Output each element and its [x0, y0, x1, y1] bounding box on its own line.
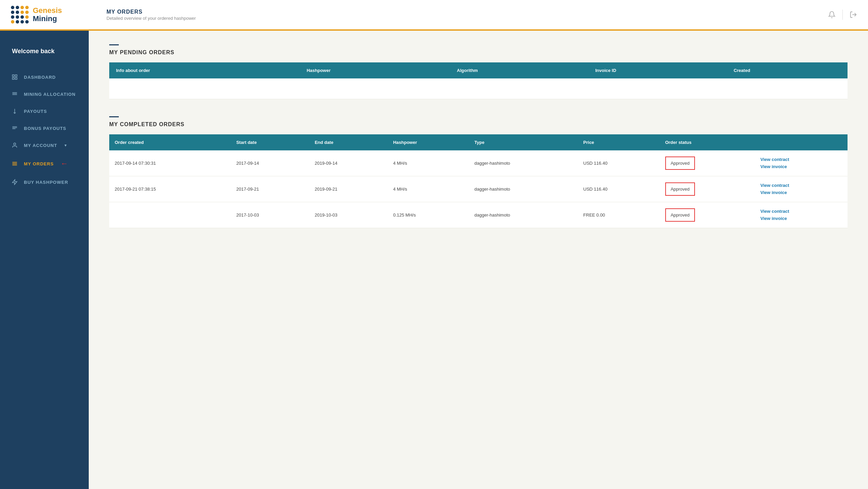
sidebar-item-bonus-payouts[interactable]: BONUS PAYOUTS — [0, 120, 89, 137]
my-orders-label: MY ORDERS — [24, 161, 54, 166]
pending-empty-row — [109, 78, 848, 99]
table-row: 2017-09-14 07:30:31 2017-09-14 2019-09-1… — [109, 150, 848, 176]
my-account-icon — [11, 142, 18, 148]
completed-col-type: Type — [469, 134, 578, 150]
pending-col-algorithm: Algorithm — [450, 62, 588, 78]
power-button[interactable] — [850, 11, 857, 18]
logo-dot — [20, 11, 24, 14]
completed-col-status: Order status — [660, 134, 755, 150]
logo-dot — [25, 15, 29, 19]
notification-button[interactable] — [828, 11, 836, 18]
payouts-label: PAYOUTS — [24, 109, 47, 114]
cell-hashpower: 4 MH/s — [388, 150, 469, 176]
logo-mining: Mining — [33, 15, 62, 23]
page-title: MY ORDERS — [106, 9, 828, 15]
svg-point-12 — [14, 143, 16, 145]
dashboard-label: DASHBOARD — [24, 75, 56, 80]
sidebar-item-buy-hashpower[interactable]: BUY HASHPOWER — [0, 174, 89, 191]
logo-dot — [11, 20, 14, 24]
view-contract-link[interactable]: View contract — [760, 209, 842, 214]
view-invoice-link[interactable]: View invoice — [760, 216, 842, 221]
cell-end-date: 2019-09-14 — [309, 150, 388, 176]
cell-status: Approved — [660, 176, 755, 202]
status-badge: Approved — [665, 208, 695, 222]
my-account-label: MY ACCOUNT — [24, 143, 57, 148]
sidebar-item-dashboard[interactable]: DASHBOARD — [0, 69, 89, 86]
sidebar-item-payouts[interactable]: PAYOUTS — [0, 103, 89, 120]
cell-status: Approved — [660, 150, 755, 176]
pending-orders-section: MY PENDING ORDERS Info about order Hashp… — [109, 44, 848, 99]
cell-actions: View contract View invoice — [755, 202, 848, 228]
sidebar-item-my-account[interactable]: MY ACCOUNT ▾ — [0, 137, 89, 154]
view-invoice-link[interactable]: View invoice — [760, 164, 842, 169]
cell-actions: View contract View invoice — [755, 150, 848, 176]
header-icons — [828, 10, 857, 20]
logo-area: Genesis Mining — [11, 6, 86, 24]
completed-col-actions — [755, 134, 848, 150]
cell-price: USD 116.40 — [578, 176, 660, 202]
cell-order-created — [109, 202, 231, 228]
logo-dots — [11, 6, 29, 24]
pending-table-header-row: Info about order Hashpower Algorithm Inv… — [109, 62, 848, 78]
cell-type: dagger-hashimoto — [469, 150, 578, 176]
bonus-payouts-label: BONUS PAYOUTS — [24, 126, 66, 131]
pending-col-invoice-id: Invoice ID — [588, 62, 727, 78]
logo-dot — [20, 15, 24, 19]
logo-dot — [20, 20, 24, 24]
completed-section-header: MY COMPLETED ORDERS — [109, 116, 848, 128]
logo-dot — [25, 6, 29, 9]
header-divider — [842, 10, 843, 20]
svg-rect-2 — [15, 75, 17, 76]
pending-section-title: MY PENDING ORDERS — [109, 49, 848, 56]
page-subtitle: Detailed overview of your ordered hashpo… — [106, 16, 828, 21]
section-line — [109, 44, 119, 45]
logo-genesis: Genesis — [33, 6, 62, 15]
cell-actions: View contract View invoice — [755, 176, 848, 202]
cell-start-date: 2017-10-03 — [231, 202, 309, 228]
cell-start-date: 2017-09-14 — [231, 150, 309, 176]
completed-col-start-date: Start date — [231, 134, 309, 150]
view-invoice-link[interactable]: View invoice — [760, 190, 842, 195]
completed-orders-table: Order created Start date End date Hashpo… — [109, 134, 848, 228]
logo-dot — [11, 11, 14, 14]
section-line-2 — [109, 116, 119, 117]
logo-dot — [25, 20, 29, 24]
completed-col-order-created: Order created — [109, 134, 231, 150]
table-row: 2017-10-03 2019-10-03 0.125 MH/s dagger-… — [109, 202, 848, 228]
logo-dot — [25, 11, 29, 14]
buy-hashpower-icon — [11, 179, 18, 185]
cell-type: dagger-hashimoto — [469, 176, 578, 202]
sidebar-welcome: Welcome back — [0, 41, 89, 69]
active-arrow-icon: ← — [61, 159, 69, 168]
cell-order-created: 2017-09-14 07:30:31 — [109, 150, 231, 176]
cell-start-date: 2017-09-21 — [231, 176, 309, 202]
mining-allocation-label: MINING ALLOCATION — [24, 92, 75, 97]
chevron-down-icon: ▾ — [65, 143, 67, 148]
logo-dot — [16, 6, 19, 9]
completed-table-header-row: Order created Start date End date Hashpo… — [109, 134, 848, 150]
sidebar-item-mining-allocation[interactable]: MINING ALLOCATION — [0, 86, 89, 103]
main-layout: Welcome back DASHBOARD MI — [0, 31, 868, 489]
completed-col-hashpower: Hashpower — [388, 134, 469, 150]
my-orders-icon — [11, 161, 18, 167]
svg-rect-3 — [12, 78, 14, 79]
sidebar: Welcome back DASHBOARD MI — [0, 31, 89, 489]
top-header: Genesis Mining MY ORDERS Detailed overvi… — [0, 0, 868, 31]
cell-end-date: 2019-10-03 — [309, 202, 388, 228]
sidebar-item-my-orders[interactable]: MY ORDERS ← — [0, 154, 89, 174]
mining-allocation-icon — [11, 91, 18, 97]
bonus-payouts-icon — [11, 125, 18, 131]
cell-hashpower: 4 MH/s — [388, 176, 469, 202]
view-contract-link[interactable]: View contract — [760, 157, 842, 162]
table-row: 2017-09-21 07:38:15 2017-09-21 2019-09-2… — [109, 176, 848, 202]
cell-end-date: 2019-09-21 — [309, 176, 388, 202]
view-contract-link[interactable]: View contract — [760, 183, 842, 188]
payouts-icon — [11, 108, 18, 114]
pending-col-hashpower: Hashpower — [300, 62, 450, 78]
pending-col-info: Info about order — [109, 62, 300, 78]
cell-status: Approved — [660, 202, 755, 228]
cell-price: FREE 0.00 — [578, 202, 660, 228]
completed-col-price: Price — [578, 134, 660, 150]
logo-text: Genesis Mining — [33, 6, 62, 23]
logo-dot — [16, 20, 19, 24]
